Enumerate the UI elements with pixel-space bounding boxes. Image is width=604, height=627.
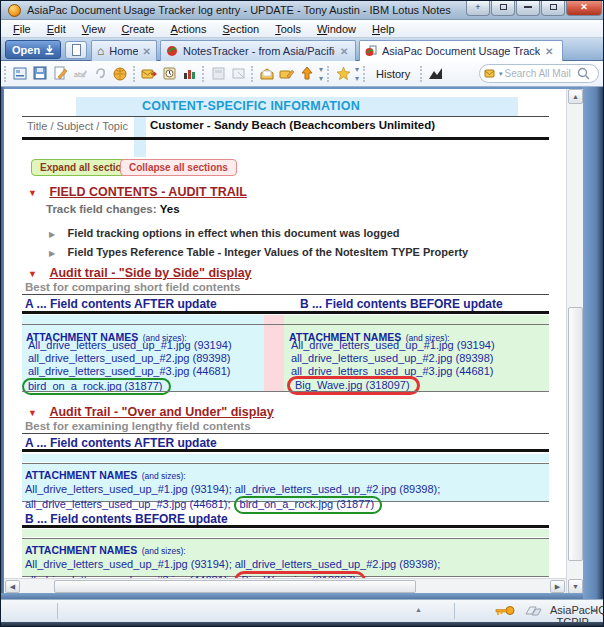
toolbar: abc ▾▾ ▾▾ History ▾	[1, 61, 604, 87]
toolbar-grip[interactable]	[420, 66, 423, 82]
column-b-header: B ... Field contents BEFORE update	[300, 297, 503, 311]
menu-edit[interactable]: Edit	[39, 22, 74, 36]
open-mail-icon[interactable]	[257, 64, 277, 84]
attach-icon[interactable]	[90, 64, 110, 84]
lotus-notes-window: AsiaPac Document Usage Tracker log entry…	[0, 0, 604, 627]
vertical-scroll-thumb[interactable]	[568, 307, 583, 561]
before-attachments-row: ATTACHMENT NAMES (and sizes): All_drive_…	[22, 538, 549, 577]
search-icon[interactable]	[577, 67, 590, 80]
after-spacer-row	[22, 454, 549, 462]
horizontal-scrollbar[interactable]: ◀ ▶	[4, 578, 566, 593]
compose-mail-icon[interactable]	[277, 64, 297, 84]
panel-icon[interactable]	[228, 64, 248, 84]
network-icon[interactable]	[525, 605, 543, 619]
home-icon: ⌂	[97, 44, 104, 58]
tab-close-icon[interactable]: ✕	[545, 46, 553, 57]
toolbar-grip[interactable]	[4, 66, 7, 82]
window-controls: + ✕	[465, 1, 602, 16]
upload-icon[interactable]	[297, 64, 317, 84]
menu-tools[interactable]: Tools	[267, 22, 309, 36]
before-attachments-text: All_drive_letters_used_up_#1.jpg (93194)…	[25, 558, 546, 578]
save-window-icon[interactable]	[208, 64, 228, 84]
send-icon[interactable]	[139, 64, 159, 84]
search-scope-icon[interactable]	[484, 68, 497, 80]
graph-icon[interactable]	[426, 64, 446, 84]
toolbar-overflow-icon[interactable]: ▾▾	[355, 65, 358, 83]
window-frame	[1, 622, 604, 627]
dock-icon[interactable]	[491, 1, 515, 16]
restore-icon[interactable]	[541, 1, 565, 16]
scroll-left-icon[interactable]: ◀	[5, 580, 20, 593]
side-by-side-subtitle: Best for comparing short field contents	[25, 281, 240, 293]
tab-home[interactable]: ⌂ Home ✕	[91, 40, 157, 61]
horizontal-scroll-thumb[interactable]	[54, 580, 416, 593]
toolbar-grip[interactable]	[133, 66, 136, 82]
chart-icon[interactable]	[179, 64, 199, 84]
toolbar-grip[interactable]	[251, 66, 254, 82]
statusbar-separator	[454, 603, 455, 619]
menu-file[interactable]: File	[5, 22, 39, 36]
security-icon[interactable]	[159, 64, 179, 84]
tab-close-icon[interactable]: ✕	[143, 46, 151, 57]
title-bar: AsiaPac Document Usage Tracker log entry…	[1, 1, 604, 20]
open-button[interactable]: Open	[5, 40, 61, 59]
toolbar-grip[interactable]	[327, 66, 330, 82]
menu-actions[interactable]: Actions	[162, 22, 214, 36]
menu-view[interactable]: View	[74, 22, 114, 36]
tab-notestracker[interactable]: NotesTracker - from Asia/Pacific Co... ✕	[160, 40, 356, 61]
section-expanded-icon: ▼	[28, 408, 37, 418]
menu-section[interactable]: Section	[215, 22, 268, 36]
divider	[22, 116, 549, 117]
toolbar-grip[interactable]	[202, 66, 205, 82]
tab-close-icon[interactable]: ✕	[340, 46, 348, 57]
toolbar-overflow-icon[interactable]: ▾▾	[319, 65, 322, 83]
scroll-down-icon[interactable]: ▼	[568, 579, 583, 594]
statusbar-popup-icon[interactable]: ▲	[415, 606, 422, 613]
column-a-header: A ... Field contents AFTER update	[25, 297, 217, 311]
divider	[22, 525, 549, 528]
tab-asiapac-tracker-active[interactable]: AsiaPac Document Usage Tracker log ... ✕	[359, 40, 563, 61]
permanent-pen-icon[interactable]: abc	[70, 64, 90, 84]
workspace-icon[interactable]	[110, 64, 130, 84]
key-icon[interactable]	[495, 605, 515, 618]
scroll-right-icon[interactable]: ▶	[550, 580, 565, 593]
location-popup-icon[interactable]: ▲	[591, 606, 598, 613]
divider-cell	[264, 325, 284, 391]
tab-bar: Open ⌂ Home ✕ NotesTracker - from Asia/P…	[1, 38, 604, 61]
toolbar-grip[interactable]	[363, 66, 366, 82]
red-annotation-circle: Big_Wave.jpg (318097)	[287, 376, 420, 395]
favorites-icon[interactable]	[333, 64, 353, 84]
title-field-label: Title / Subject / Topic	[27, 120, 128, 132]
new-document-button[interactable]	[65, 41, 87, 59]
open-list-icon[interactable]: +	[466, 1, 490, 16]
menu-create[interactable]: Create	[113, 22, 162, 36]
search-input[interactable]	[505, 68, 575, 79]
after-file-1: All_drive_letters_used_up_#1.jpg (93194)	[28, 339, 232, 351]
section-expanded-icon: ▼	[28, 269, 37, 279]
collapsed-section-field-tracking[interactable]: ▶ Field tracking options in effect when …	[49, 223, 399, 241]
open-dropdown-icon	[45, 45, 54, 55]
minimize-icon[interactable]	[516, 1, 540, 16]
scroll-up-icon[interactable]: ▲	[568, 89, 583, 104]
status-bar: ▲ AsiaPacHQ - TCPIP ▲	[1, 599, 604, 622]
collapsed-section-field-types[interactable]: ▶ Field Types Reference Table - Integer …	[49, 242, 468, 260]
collapse-all-sections-button[interactable]: Collapse all sections	[120, 159, 237, 176]
vertical-scrollbar[interactable]: ▲ ▼	[566, 89, 583, 594]
menu-window[interactable]: Window	[309, 22, 364, 36]
menu-help[interactable]: Help	[364, 22, 403, 36]
close-icon[interactable]: ✕	[566, 1, 602, 16]
before-spacer-cell	[284, 315, 549, 324]
save-icon[interactable]	[30, 64, 50, 84]
section-side-by-side-header[interactable]: ▼ Audit trail - "Side by Side" display	[28, 263, 252, 281]
notes-app-icon	[166, 45, 178, 57]
edit-document-icon[interactable]	[50, 64, 70, 84]
section-over-under-header[interactable]: ▼ Audit Trail - "Over and Under" display	[28, 402, 274, 420]
section-band-title: CONTENT-SPECIFIC INFORMATION	[76, 97, 518, 116]
green-annotation-circle: bird_on_a_rock.jpg (31877)	[234, 496, 383, 514]
section-collapsed-icon: ▶	[49, 249, 55, 258]
after-file-2: all_drive_letters_used_up_#2.jpg (89398)	[28, 352, 230, 364]
search-scope-dropdown-icon[interactable]: ▾	[499, 70, 503, 78]
properties-icon[interactable]	[10, 64, 30, 84]
section-audit-trail-header[interactable]: ▼ FIELD CONTENTS - AUDIT TRAIL	[28, 182, 247, 200]
history-button[interactable]: History	[369, 66, 417, 82]
